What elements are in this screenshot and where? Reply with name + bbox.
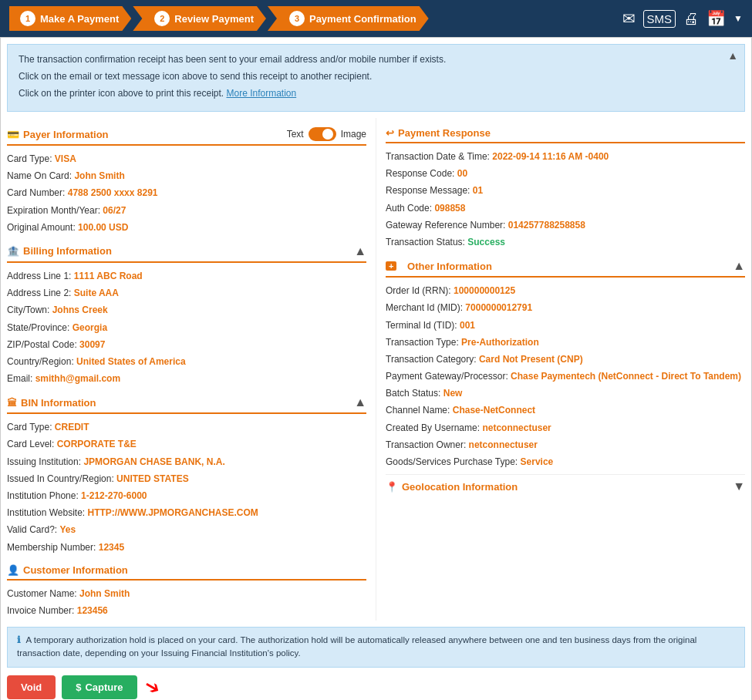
two-col-layout: 💳 Payer Information Text Image Card Type… bbox=[1, 118, 751, 621]
close-banner-button[interactable]: ▲ bbox=[727, 49, 738, 62]
bin-info-fields: Card Type: CREDIT Card Level: CORPORATE … bbox=[7, 420, 366, 555]
field-customer-name: Customer Name: John Smith bbox=[7, 587, 366, 601]
field-auth-code: Auth Code: 098858 bbox=[386, 201, 745, 216]
step-1-label: Make A Payment bbox=[40, 13, 119, 25]
bin-collapse-button[interactable]: ▲ bbox=[354, 395, 366, 409]
top-icons: ✉ SMS 🖨 📅 ▼ bbox=[622, 9, 743, 28]
dropdown-icon[interactable]: ▼ bbox=[733, 13, 743, 24]
print-icon[interactable]: 🖨 bbox=[683, 10, 699, 28]
field-terminal-id: Terminal Id (TID): 001 bbox=[386, 318, 745, 333]
text-label: Text bbox=[287, 129, 304, 140]
right-column: ↩ Payment Response Transaction Date & Ti… bbox=[376, 118, 745, 621]
steps-nav: 1 Make A Payment 2 Review Payment 3 Paym… bbox=[9, 6, 430, 31]
toggle-switch[interactable] bbox=[309, 127, 336, 141]
step-3-num: 3 bbox=[289, 11, 305, 26]
field-invoice-number: Invoice Number: 123456 bbox=[7, 604, 366, 618]
field-city: City/Town: Johns Creek bbox=[7, 303, 366, 318]
field-zip: ZIP/Postal Code: 30097 bbox=[7, 338, 366, 352]
action-buttons-container: Void $ Capture ➔ bbox=[1, 668, 751, 699]
field-response-message: Response Message: 01 bbox=[386, 183, 745, 198]
other-info-header: + Other Information ▲ bbox=[386, 259, 745, 278]
billing-info-fields: Address Line 1: 1111 ABC Road Address Li… bbox=[7, 269, 366, 386]
field-txn-owner: Transaction Owner: netconnectuser bbox=[386, 438, 745, 453]
payer-info-title: 💳 Payer Information bbox=[7, 129, 109, 140]
step-1-num: 1 bbox=[20, 11, 35, 26]
left-column: 💳 Payer Information Text Image Card Type… bbox=[7, 118, 376, 621]
calendar-icon[interactable]: 📅 bbox=[706, 9, 726, 28]
billing-info-title: 🏦 Billing Information bbox=[7, 245, 112, 257]
view-toggle[interactable]: Text Image bbox=[287, 127, 366, 141]
info-banner: ▲ The transaction confirmation receipt h… bbox=[7, 44, 745, 112]
field-created-by: Created By Username: netconnectuser bbox=[386, 421, 745, 436]
field-payment-gateway: Payment Gateway/Processor: Chase Payment… bbox=[386, 369, 745, 384]
field-email: Email: smithh@gmail.com bbox=[7, 372, 366, 386]
field-expiration: Expiration Month/Year: 06/27 bbox=[7, 204, 366, 218]
plus-icon: + bbox=[386, 261, 396, 271]
field-issuing-institution: Issuing Institution: JPMORGAN CHASE BANK… bbox=[7, 455, 366, 469]
toggle-knob bbox=[322, 129, 333, 140]
other-info-collapse-button[interactable]: ▲ bbox=[733, 259, 745, 273]
payer-info-header: 💳 Payer Information Text Image bbox=[7, 127, 366, 146]
banner-line3: Click on the printer icon above to print… bbox=[19, 86, 733, 100]
customer-info-header: 👤 Customer Information bbox=[7, 564, 366, 581]
field-txn-type: Transaction Type: Pre-Authorization bbox=[386, 335, 745, 350]
geo-info-title: 📍 Geolocation Information bbox=[386, 481, 518, 493]
dollar-icon: $ bbox=[76, 681, 81, 693]
arrow-indicator: ➔ bbox=[140, 674, 164, 700]
banner-line2: Click on the email or text message icon … bbox=[19, 69, 733, 83]
field-batch-status: Batch Status: New bbox=[386, 386, 745, 401]
field-membership-number: Membership Number: 12345 bbox=[7, 540, 366, 555]
field-txn-status: Transaction Status: Success bbox=[386, 235, 745, 250]
step-3[interactable]: 3 Payment Confirmation bbox=[268, 6, 429, 31]
field-valid-card: Valid Card?: Yes bbox=[7, 523, 366, 537]
field-card-number: Card Number: 4788 2500 xxxx 8291 bbox=[7, 186, 366, 200]
step-3-label: Payment Confirmation bbox=[309, 13, 416, 25]
field-country: Country/Region: United States of America bbox=[7, 355, 366, 369]
field-bin-card-type: Card Type: CREDIT bbox=[7, 420, 366, 435]
field-institution-website: Institution Website: HTTP://WWW.JPMORGAN… bbox=[7, 506, 366, 520]
geo-info-header: 📍 Geolocation Information ▼ bbox=[386, 474, 745, 498]
field-gateway-ref: Gateway Reference Number: 01425778825885… bbox=[386, 218, 745, 233]
main-content: ▲ The transaction confirmation receipt h… bbox=[0, 37, 752, 700]
field-institution-phone: Institution Phone: 1-212-270-6000 bbox=[7, 489, 366, 503]
payment-response-header: ↩ Payment Response bbox=[386, 127, 745, 143]
field-name-on-card: Name On Card: John Smith bbox=[7, 169, 366, 183]
bin-info-header: 🏛 BIN Information ▲ bbox=[7, 395, 366, 414]
card-icon: 💳 bbox=[7, 129, 19, 140]
payment-response-title: ↩ Payment Response bbox=[386, 127, 491, 139]
step-1[interactable]: 1 Make A Payment bbox=[9, 6, 131, 31]
field-merchant-id: Merchant Id (MID): 7000000012791 bbox=[386, 301, 745, 315]
payer-info-fields: Card Type: VISA Name On Card: John Smith… bbox=[7, 152, 366, 235]
field-purchase-type: Goods/Services Purchase Type: Service bbox=[386, 455, 745, 469]
field-card-type: Card Type: VISA bbox=[7, 152, 366, 167]
more-info-link[interactable]: More Information bbox=[226, 88, 296, 99]
field-txn-datetime: Transaction Date & Time: 2022-09-14 11:1… bbox=[386, 150, 745, 164]
customer-info-title: 👤 Customer Information bbox=[7, 564, 128, 576]
field-order-id: Order Id (RRN): 100000000125 bbox=[386, 284, 745, 298]
response-icon: ↩ bbox=[386, 127, 394, 139]
sms-icon[interactable]: SMS bbox=[643, 10, 676, 28]
field-address2: Address Line 2: Suite AAA bbox=[7, 286, 366, 301]
temp-auth-text: A temporary authorization hold is placed… bbox=[17, 635, 696, 658]
field-txn-category: Transaction Category: Card Not Present (… bbox=[386, 352, 745, 367]
void-button[interactable]: Void bbox=[7, 675, 56, 699]
person-icon: 👤 bbox=[7, 564, 19, 576]
field-issued-country: Issued In Country/Region: UNITED STATES bbox=[7, 472, 366, 486]
payment-response-fields: Transaction Date & Time: 2022-09-14 11:1… bbox=[386, 150, 745, 250]
banner-line1: The transaction confirmation receipt has… bbox=[19, 52, 733, 66]
customer-info-fields: Customer Name: John Smith Invoice Number… bbox=[7, 587, 366, 618]
capture-button[interactable]: $ Capture bbox=[62, 675, 137, 699]
bin-info-title: 🏛 BIN Information bbox=[7, 397, 96, 409]
other-info-title: + Other Information bbox=[386, 261, 492, 272]
bank-icon: 🏦 bbox=[7, 245, 19, 257]
image-label: Image bbox=[341, 129, 366, 140]
billing-info-header: 🏦 Billing Information ▲ bbox=[7, 244, 366, 263]
field-response-code: Response Code: 00 bbox=[386, 167, 745, 181]
billing-collapse-button[interactable]: ▲ bbox=[354, 244, 366, 258]
step-2[interactable]: 2 Review Payment bbox=[133, 6, 266, 31]
top-bar: 1 Make A Payment 2 Review Payment 3 Paym… bbox=[0, 0, 752, 37]
field-channel-name: Channel Name: Chase-NetConnect bbox=[386, 403, 745, 418]
geo-collapse-button[interactable]: ▼ bbox=[733, 480, 745, 493]
email-icon[interactable]: ✉ bbox=[622, 9, 636, 28]
geo-icon: 📍 bbox=[386, 481, 398, 493]
